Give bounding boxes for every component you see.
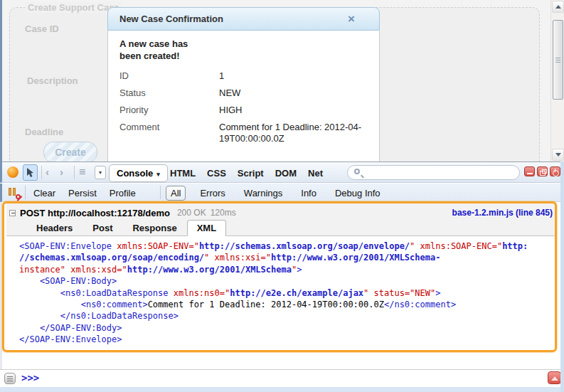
field-label-deadline: Deadline <box>25 127 63 137</box>
scrollbar-thumb[interactable] <box>553 20 563 100</box>
firebug-icon[interactable] <box>7 166 18 178</box>
dialog-row-value: Comment for 1 Deadline: 2012-04-19T00:00… <box>219 122 368 144</box>
dialog-header: New Case Confirmation × <box>107 7 380 31</box>
dialog-row: PriorityHIGH <box>108 102 379 119</box>
inspect-element-icon[interactable] <box>23 164 38 181</box>
tab-html[interactable]: HTML <box>170 168 196 179</box>
request-tab-xml[interactable]: XML <box>187 220 226 236</box>
request-tab-response[interactable]: Response <box>122 220 186 236</box>
xml-line: instance" xmlns:xsd="http://www.w3.org/2… <box>19 264 555 275</box>
scroll-down-icon[interactable] <box>552 149 564 161</box>
request-method-url: POST http://localhost:12178/demo <box>20 208 170 218</box>
request-status: 200 OK <box>177 208 206 218</box>
window-frame-bottom <box>0 387 564 392</box>
close-icon[interactable]: × <box>348 12 355 26</box>
filter-info[interactable]: Info <box>297 186 321 200</box>
dialog-row: CommentComment for 1 Deadline: 2012-04-1… <box>108 119 379 147</box>
dialog-message: A new case has been created! <box>108 31 236 68</box>
source-link[interactable]: base-1.2.min.js (line 845) <box>452 208 553 218</box>
search-input[interactable] <box>366 166 512 179</box>
search-icon <box>354 169 360 174</box>
xml-response-body: <SOAP-ENV:Envelope xmlns:SOAP-ENV="http:… <box>19 240 555 346</box>
command-line-row: >>> <box>0 370 564 387</box>
xml-line: <ns0:comment>Comment for 1 Deadline: 201… <box>19 299 555 310</box>
xml-line: </ns0:LoadDataResponse> <box>19 310 555 322</box>
dialog-title: New Case Confirmation <box>119 14 223 24</box>
deactivate-icon[interactable] <box>550 166 560 176</box>
dialog-row-value: NEW <box>219 88 368 99</box>
profile-button[interactable]: Profile <box>110 188 136 198</box>
forward-icon[interactable]: › <box>60 166 63 178</box>
search-box[interactable] <box>347 165 520 180</box>
xml-line: <SOAP-ENV:Envelope xmlns:SOAP-ENV="http:… <box>19 240 555 252</box>
command-input[interactable] <box>48 371 504 385</box>
minimize-icon[interactable] <box>524 166 535 176</box>
dialog-body: A new case has been created! ID1StatusNE… <box>107 31 380 161</box>
xml-line: <ns0:LoadDataResponse xmlns:ns0="http://… <box>19 287 555 299</box>
panel-tabs: HTMLCSSScriptDOMNet <box>170 162 323 184</box>
dialog-row-label: Priority <box>119 105 219 116</box>
console-toolbar: ClearPersistProfile AllErrorsWarningsInf… <box>0 184 564 202</box>
chevron-down-icon: ▾ <box>156 171 160 178</box>
vertical-scrollbar[interactable] <box>550 0 564 161</box>
tab-net[interactable]: Net <box>308 168 323 179</box>
dialog-row-value: HIGH <box>219 105 368 116</box>
firebug-window-buttons <box>524 166 560 176</box>
new-case-dialog: New Case Confirmation × A new case has b… <box>107 7 380 161</box>
request-tab-headers[interactable]: Headers <box>26 220 83 236</box>
scroll-up-icon[interactable] <box>552 1 564 13</box>
dialog-row: StatusNEW <box>108 85 379 102</box>
dialog-row-label: ID <box>119 70 219 82</box>
request-tab-post[interactable]: Post <box>83 220 122 236</box>
field-label-case-id: Case ID <box>25 23 59 34</box>
dialog-row-label: Status <box>119 88 219 99</box>
filter-debug-info[interactable]: Debug Info <box>331 186 385 200</box>
filter-all[interactable]: All <box>166 186 186 201</box>
clear-button[interactable]: Clear <box>33 188 55 198</box>
web-page-area: Create Support Case Case ID Description … <box>0 0 564 161</box>
dialog-rows: ID1StatusNEWPriorityHIGHCommentComment f… <box>108 68 379 147</box>
xml-line: <SOAP-ENV:Body> <box>19 275 555 287</box>
open-command-editor-icon[interactable] <box>548 371 561 384</box>
break-on-errors-icon[interactable] <box>9 188 18 198</box>
dialog-row: ID1 <box>108 68 379 85</box>
console-panel: POST http://localhost:12178/demo 200 OK … <box>0 202 564 369</box>
dialog-row-value: 1 <box>219 70 368 82</box>
filter-errors[interactable]: Errors <box>196 186 229 200</box>
back-icon[interactable]: ‹ <box>46 166 49 178</box>
panel-list-icon[interactable]: ≡ <box>79 166 85 179</box>
toolbar-dropdown-icon[interactable]: ▾ <box>95 166 106 179</box>
console-buttons: ClearPersistProfile <box>33 184 136 202</box>
xml-line: </SOAP-ENV:Body> <box>19 322 555 334</box>
create-button[interactable]: Create <box>43 142 97 163</box>
request-row[interactable]: POST http://localhost:12178/demo 200 OK … <box>9 206 553 220</box>
request-detail-tabs: HeadersPostResponseXML <box>26 220 226 236</box>
dialog-row-label: Comment <box>119 122 219 144</box>
tab-script[interactable]: Script <box>238 168 264 179</box>
command-options-icon[interactable] <box>4 373 16 384</box>
request-time: 120ms <box>211 208 236 218</box>
persist-button[interactable]: Persist <box>68 188 97 198</box>
cursor-arrow-icon <box>27 168 35 178</box>
window-frame-right-lower <box>560 161 564 392</box>
field-label-description: Description <box>27 75 78 86</box>
detach-window-icon[interactable] <box>537 166 548 176</box>
filter-warnings[interactable]: Warnings <box>240 186 287 200</box>
command-prompt: >>> <box>21 372 39 383</box>
tab-dom[interactable]: DOM <box>275 168 297 179</box>
console-filters: AllErrorsWarningsInfoDebug Info <box>166 184 385 202</box>
xml-line: //schemas.xmlsoap.org/soap/encoding/" xm… <box>19 252 555 263</box>
collapse-expander-icon[interactable] <box>9 210 16 216</box>
xml-line: </SOAP-ENV:Envelope> <box>19 334 555 345</box>
net-request-group: POST http://localhost:12178/demo 200 OK … <box>6 203 555 236</box>
screen: Create Support Case Case ID Description … <box>0 0 564 392</box>
firebug-main-toolbar: ‹ › ≡ ▾ Console▾ HTMLCSSScriptDOMNet <box>0 161 564 183</box>
tab-css[interactable]: CSS <box>207 168 226 179</box>
tab-console[interactable]: Console▾ <box>109 164 168 182</box>
